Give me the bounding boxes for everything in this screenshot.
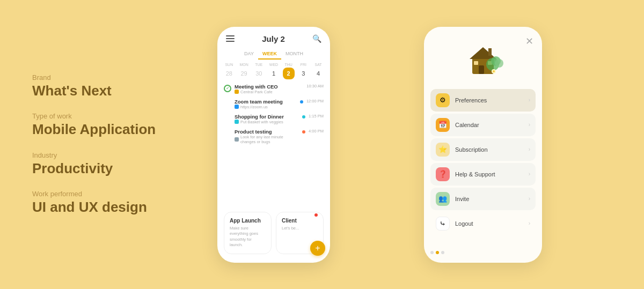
event-sub-icon [235,90,239,94]
event-zoom-meeting[interactable]: Zoom team meeting https://zoom.us 12:00 … [224,99,324,109]
event-content: Product testing Look for any last minute… [235,129,299,144]
event-spacer [224,114,231,121]
event-content: Meeting with CEO Central Park Cafe [235,84,303,94]
type-value: Mobile Application [32,121,193,138]
footer-dots [430,251,444,254]
settings-menu: ⚙ Preferences › 📅 Calendar › ⭐ Subscript… [424,86,542,247]
event-dot [302,130,305,134]
menu-item-invite[interactable]: 👥 Invite › [430,188,536,210]
tab-month[interactable]: MONTH [281,49,308,60]
work-value: UI and UX design [32,199,193,216]
event-spacer [224,99,231,106]
event-content: Zoom team meeting https://zoom.us [235,99,297,109]
event-product-testing[interactable]: Product testing Look for any last minute… [224,129,324,144]
svg-rect-3 [474,61,478,65]
footer-dot-3 [441,251,444,254]
day-wed[interactable]: WED 1 [268,63,280,79]
phone-mockup: July 2 🔍 DAY WEEK MONTH SUN 28 MON 29 [217,27,330,263]
event-dot [300,100,303,103]
events-list: ✓ Meeting with CEO Central Park Cafe 10:… [217,81,330,208]
logout-arrow: › [529,220,530,226]
phone-title: July 2 [262,34,285,43]
phone-header: July 2 🔍 [217,27,330,47]
close-button[interactable]: ✕ [525,35,533,47]
calendar-label: Calendar [455,122,523,128]
client-card[interactable]: Client Let's be... + [276,212,324,254]
event-sub-icon [235,137,239,142]
invite-arrow: › [529,196,530,202]
subscription-arrow: › [529,146,530,152]
type-block: Type of work Mobile Application [32,112,193,138]
preferences-label: Preferences [455,97,523,103]
hamburger-icon[interactable] [226,35,235,42]
tab-week[interactable]: WEEK [258,49,281,60]
event-content: Shopping for Dinner Put Basket with vegg… [235,114,299,124]
notification-dot [314,213,318,217]
app-launch-card[interactable]: App Launch Make sure everything goes smo… [224,212,272,254]
brand-value: What's Next [32,83,193,99]
svg-point-10 [493,70,495,72]
preferences-arrow: › [529,97,530,103]
calendar-arrow: › [529,122,530,128]
brand-label: Brand [32,73,193,81]
subscription-icon: ⭐ [436,143,450,157]
event-dot [302,115,305,118]
day-header: SUN 28 MON 29 TUE 30 WED 1 THU 2 [217,60,330,81]
help-arrow: › [529,171,530,177]
work-label: Work performed [32,190,193,198]
settings-card: ✕ [424,27,542,263]
house-illustration [462,38,504,80]
menu-item-preferences[interactable]: ⚙ Preferences › [430,89,536,112]
footer-dot-1 [430,251,434,254]
phone-container: July 2 🔍 DAY WEEK MONTH SUN 28 MON 29 [215,27,333,263]
event-sub-icon [235,120,239,124]
menu-item-logout[interactable]: ⤷ Logout › [430,212,536,235]
menu-item-calendar[interactable]: 📅 Calendar › [430,114,536,136]
brand-block: Brand What's Next [32,73,193,99]
tab-day[interactable]: DAY [240,49,258,60]
settings-footer [424,247,542,263]
fab-add-button[interactable]: + [310,241,325,256]
settings-illustration [424,27,542,86]
work-block: Work performed UI and UX design [32,190,193,216]
day-mon: MON 29 [238,63,250,79]
logout-label: Logout [455,220,523,227]
svg-marker-1 [470,47,496,59]
preferences-icon: ⚙ [436,93,450,107]
svg-point-8 [495,59,503,68]
event-spacer [224,129,231,136]
svg-rect-5 [488,48,492,56]
svg-rect-2 [479,65,484,74]
day-sat[interactable]: SAT 4 [312,63,324,79]
logout-icon: ⤷ [436,217,450,231]
left-panel: Brand What's Next Type of work Mobile Ap… [32,68,193,221]
event-meeting-ceo[interactable]: ✓ Meeting with CEO Central Park Cafe 10:… [224,84,324,94]
invite-label: Invite [455,196,523,202]
subscription-label: Subscription [455,146,523,153]
phone-bottom: App Launch Make sure everything goes smo… [217,208,330,263]
invite-icon: 👥 [436,192,450,206]
industry-label: Industry [32,151,193,159]
calendar-icon: 📅 [436,118,450,132]
search-icon[interactable]: 🔍 [312,34,321,43]
day-sun: SUN 28 [223,63,235,79]
menu-item-subscription[interactable]: ⭐ Subscription › [430,138,536,161]
help-label: Help & Support [455,171,523,177]
industry-value: Productivity [32,160,193,177]
footer-dot-2 [436,251,439,254]
main-container: Brand What's Next Type of work Mobile Ap… [0,0,644,289]
menu-item-help[interactable]: ❓ Help & Support › [430,163,536,186]
right-panel: ✕ [354,27,612,263]
day-thu[interactable]: THU 2 [283,63,295,79]
event-check-icon: ✓ [224,85,231,92]
industry-block: Industry Productivity [32,151,193,177]
day-tue: TUE 30 [253,63,265,79]
type-label: Type of work [32,112,193,120]
day-fri[interactable]: FRI 3 [297,63,309,79]
event-sub-icon [235,105,239,109]
help-icon: ❓ [436,167,450,181]
event-shopping[interactable]: Shopping for Dinner Put Basket with vegg… [224,114,324,124]
view-tabs: DAY WEEK MONTH [217,47,330,60]
